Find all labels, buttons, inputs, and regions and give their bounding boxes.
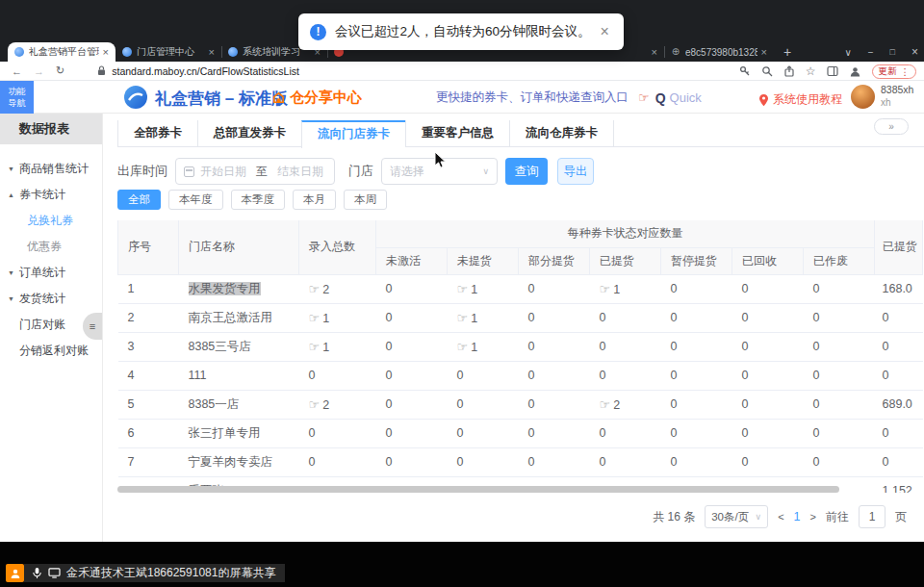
cell-status: 0 xyxy=(590,303,661,332)
new-tab-button[interactable]: + xyxy=(783,44,791,60)
minimize-icon[interactable]: − xyxy=(868,47,874,58)
horizontal-scrollbar[interactable] xyxy=(117,486,839,493)
tab-close-icon[interactable]: × xyxy=(103,46,109,58)
browser-tab[interactable]: 门店管理中心× xyxy=(116,42,221,62)
cell-amount: 0 xyxy=(875,332,923,361)
quick-filter-pill[interactable]: 全部 xyxy=(117,190,161,210)
share-center-label: 仓分享中心 xyxy=(290,89,362,107)
zoom-icon[interactable] xyxy=(761,65,773,77)
sidebar-item[interactable]: ▼订单统计 xyxy=(0,260,102,286)
cell-status: 0 xyxy=(732,332,804,361)
cell-status[interactable]: ☞2 xyxy=(590,390,661,419)
page-tab[interactable]: 流向门店券卡 xyxy=(301,120,405,148)
profile-icon[interactable] xyxy=(849,65,861,78)
goto-page-input[interactable]: 1 xyxy=(859,505,886,528)
quick-filter-row: 全部本年度本季度本月本周 xyxy=(117,190,387,210)
col-status: 未提货 xyxy=(448,247,519,274)
tutorial-link[interactable]: 系统使用教程 xyxy=(758,91,842,108)
maximize-icon[interactable]: □ xyxy=(890,47,895,57)
tab-search-chevron-icon[interactable]: ∨ xyxy=(844,47,851,58)
update-button[interactable]: 更新 ⋮ xyxy=(872,64,917,79)
cell-status: 0 xyxy=(732,390,804,419)
cell-status[interactable]: ☞1 xyxy=(448,303,519,332)
cell-seq: 1 xyxy=(118,274,179,303)
sidebar-item-label: 兑换礼券 xyxy=(27,213,73,229)
table-body: 1水果发货专用☞20☞10☞1000168.02南京王总激活用☞10☞10000… xyxy=(118,274,923,493)
date-range-picker[interactable]: 开始日期 至 结束日期 xyxy=(175,158,335,185)
end-date-input[interactable]: 结束日期 xyxy=(277,164,323,180)
search-button[interactable]: 查询 xyxy=(505,158,548,185)
bookmark-star-icon[interactable]: ☆ xyxy=(806,64,816,78)
close-window-icon[interactable]: × xyxy=(911,45,918,59)
refresh-icon[interactable]: ↻ xyxy=(56,64,64,77)
quick-filter-pill[interactable]: 本周 xyxy=(344,190,387,210)
quick-filter-pill[interactable]: 本年度 xyxy=(168,190,223,210)
cell-total[interactable]: ☞1 xyxy=(299,303,376,332)
cell-total[interactable]: ☞2 xyxy=(299,274,376,303)
start-date-input[interactable]: 开始日期 xyxy=(200,164,246,180)
quick-search-zone[interactable]: 更快捷的券卡、订单和快递查询入口 ☞ Q Quick xyxy=(436,89,702,106)
key-icon[interactable] xyxy=(739,65,751,77)
user-info: 8385xh xh xyxy=(881,84,913,109)
forward-icon[interactable]: → xyxy=(34,65,44,77)
toast-close-icon[interactable]: × xyxy=(601,23,609,40)
next-page-button[interactable]: > xyxy=(810,511,816,523)
tab-close-icon[interactable]: × xyxy=(209,46,215,58)
user-avatar[interactable] xyxy=(851,85,875,109)
page-tab[interactable]: 全部券卡 xyxy=(117,120,197,146)
cell-amount: 168.0 xyxy=(875,274,923,303)
sidebar-item[interactable]: ▼商品销售统计 xyxy=(0,156,102,182)
cell-total: 0 xyxy=(299,361,376,390)
sidebar-item[interactable]: ▼发货统计 xyxy=(0,286,102,312)
cell-total[interactable]: ☞1 xyxy=(299,332,376,361)
warehouse-share-link[interactable]: 仓分享中心 xyxy=(271,89,362,107)
url-text[interactable]: standard.maboy.cn/CardFlowStatisticsList xyxy=(112,65,299,77)
store-name: 宁夏羊肉专卖店 xyxy=(189,455,273,469)
export-button[interactable]: 导出 xyxy=(557,158,594,185)
back-icon[interactable]: ← xyxy=(12,65,22,77)
share-icon[interactable] xyxy=(783,65,795,77)
time-filter-label: 出库时间 xyxy=(117,163,167,180)
pointer-link-icon: ☞ xyxy=(309,340,321,354)
cell-status: 0 xyxy=(804,390,875,419)
browser-tab[interactable]: 礼盒营销平台管理中心× xyxy=(8,42,116,62)
page-tab[interactable]: 流向仓库券卡 xyxy=(509,120,614,146)
cell-amount: 689.0 xyxy=(875,390,923,419)
page-tab[interactable]: 总部直发券卡 xyxy=(197,120,301,146)
tab-close-icon[interactable]: × xyxy=(652,46,657,58)
pointer-link-icon: ☞ xyxy=(457,340,469,354)
brand-logo xyxy=(124,86,147,109)
date-to-separator: 至 xyxy=(252,164,271,180)
lock-icon[interactable] xyxy=(97,65,106,76)
current-page[interactable]: 1 xyxy=(794,510,801,523)
cell-status: 0 xyxy=(804,274,875,303)
table-header: 序号 门店名称 录入总数 每种券卡状态对应数量 已提货 未激活未提货部分提货已提… xyxy=(118,220,923,274)
side-panel-icon[interactable] xyxy=(827,65,838,77)
sidebar-item[interactable]: 兑换礼券 xyxy=(0,208,102,234)
tab-close-icon[interactable]: × xyxy=(761,46,767,58)
cell-status: 0 xyxy=(804,447,875,476)
quick-filter-pill[interactable]: 本季度 xyxy=(231,190,286,210)
sidebar-item[interactable]: 分销返利对账 xyxy=(0,338,102,364)
browser-tab[interactable]: ⊕e8c573980b1328a258fd2e618× xyxy=(664,42,774,62)
bottom-bar: 金禾通技术王斌18662591081的屏幕共享 xyxy=(0,542,924,587)
function-nav-button[interactable]: 功能 导航 xyxy=(0,81,34,114)
cell-status[interactable]: ☞1 xyxy=(590,274,661,303)
sidebar-collapse-handle[interactable]: ≡ xyxy=(83,313,102,340)
quick-filter-pill[interactable]: 本月 xyxy=(293,190,336,210)
sidebar-item-label: 优惠券 xyxy=(27,239,62,255)
prev-page-button[interactable]: < xyxy=(778,511,783,523)
page-size-select[interactable]: 30条/页 ∨ xyxy=(705,505,768,528)
cell-total[interactable]: ☞2 xyxy=(299,390,376,419)
sidebar-item[interactable]: ▲券卡统计 xyxy=(0,182,102,208)
cell-status: 0 xyxy=(376,361,448,390)
kebab-menu-icon[interactable]: ⋮ xyxy=(901,66,911,77)
sidebar-item[interactable]: 优惠券 xyxy=(0,234,102,260)
cell-status[interactable]: ☞1 xyxy=(448,274,519,303)
page-tab[interactable]: 重要客户信息 xyxy=(405,120,509,146)
blue-favicon-icon xyxy=(14,47,24,57)
panel-collapse-button[interactable]: » xyxy=(874,118,909,135)
microphone-icon xyxy=(32,567,42,579)
cell-status[interactable]: ☞1 xyxy=(448,332,519,361)
cell-status: 0 xyxy=(732,447,804,476)
